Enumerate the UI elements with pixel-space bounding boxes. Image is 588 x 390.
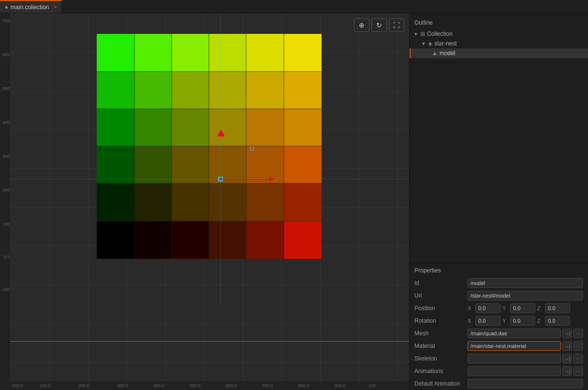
rx-axis-label: X bbox=[468, 318, 473, 324]
y-tick-400: 400 bbox=[2, 120, 10, 125]
mesh-navigate-button[interactable]: →| bbox=[562, 329, 572, 338]
right-panel: Outline ▼ ⊞ Collection ▼ ◈ star-nest ▲ m… bbox=[409, 14, 588, 390]
x-tick-800: 800.0 bbox=[298, 383, 309, 388]
svg-rect-33 bbox=[209, 183, 246, 221]
y-axis-label: Y bbox=[502, 305, 508, 311]
mesh-menu-button[interactable]: ⋯ bbox=[573, 329, 583, 338]
skeleton-input[interactable] bbox=[468, 354, 561, 363]
prop-label-skeleton: Skeleton bbox=[414, 355, 468, 362]
svg-rect-31 bbox=[134, 183, 172, 221]
skeleton-navigate-button[interactable]: →| bbox=[562, 354, 572, 363]
y-tick-0: 0.0 bbox=[3, 255, 10, 259]
prop-value-material: →| ⋯ bbox=[468, 341, 583, 351]
prop-label-url: Url bbox=[414, 292, 468, 299]
y-tick-600: 600 bbox=[2, 52, 10, 57]
outline-title: Outline bbox=[410, 17, 588, 29]
panel-spacer bbox=[410, 62, 588, 263]
svg-rect-12 bbox=[97, 72, 134, 109]
svg-rect-36 bbox=[97, 221, 134, 259]
rotation-handle[interactable] bbox=[217, 130, 225, 136]
outline-item-collection[interactable]: ▼ ⊞ Collection bbox=[410, 29, 588, 39]
prop-value-position: X Y Z bbox=[468, 303, 583, 313]
prop-row-position: Position X Y Z bbox=[410, 302, 588, 315]
prop-value-rotation: X Y Z bbox=[468, 316, 583, 326]
prop-label-animations: Animations bbox=[414, 368, 468, 375]
outline-item-label: model bbox=[440, 50, 456, 57]
id-input[interactable] bbox=[468, 278, 583, 288]
main-collection-tab[interactable]: ■ main.collection × bbox=[0, 0, 62, 13]
rotation-z-input[interactable] bbox=[545, 316, 570, 326]
url-input[interactable] bbox=[468, 291, 583, 300]
rotation-x-input[interactable] bbox=[475, 316, 500, 326]
prop-value-id bbox=[468, 278, 583, 288]
position-x-input[interactable] bbox=[475, 303, 500, 313]
prop-value-animations: →| ⋯ bbox=[468, 366, 583, 376]
animations-input[interactable] bbox=[468, 366, 561, 376]
svg-rect-13 bbox=[134, 72, 172, 109]
svg-rect-8 bbox=[172, 34, 209, 72]
tab-close-button[interactable]: × bbox=[54, 4, 57, 10]
collection-icon: ⊞ bbox=[420, 30, 425, 37]
y-tick-500: 500 bbox=[2, 86, 10, 91]
animations-navigate-button[interactable]: →| bbox=[562, 366, 572, 376]
prop-label-rotation: Rotation bbox=[414, 317, 468, 324]
y-tick-neg100: -100 bbox=[1, 287, 10, 292]
x-tick-300: 300.0 bbox=[117, 383, 128, 388]
skeleton-menu-button[interactable]: ⋯ bbox=[573, 354, 583, 363]
main-layout: 700 600 500 400 300 200 100 0.0 -100 bbox=[0, 14, 588, 390]
svg-rect-20 bbox=[172, 109, 209, 146]
rotation-y-input[interactable] bbox=[510, 316, 535, 326]
move-icon: ⊕ bbox=[359, 21, 365, 29]
prop-label-id: Id bbox=[414, 280, 468, 286]
svg-rect-30 bbox=[97, 183, 134, 221]
prop-label-material: Material bbox=[414, 343, 468, 349]
svg-rect-15 bbox=[209, 72, 246, 109]
animations-menu-button[interactable]: ⋯ bbox=[573, 366, 583, 376]
svg-rect-41 bbox=[284, 221, 322, 259]
move-tool-button[interactable]: ⊕ bbox=[354, 18, 369, 32]
ruler-y: 700 600 500 400 300 200 100 0.0 -100 bbox=[0, 14, 11, 390]
svg-rect-16 bbox=[246, 72, 284, 109]
material-menu-button[interactable]: ⋯ bbox=[573, 341, 583, 351]
tab-bar: ■ main.collection × bbox=[0, 0, 588, 14]
prop-row-skeleton: Skeleton →| ⋯ bbox=[410, 352, 588, 365]
material-input[interactable] bbox=[468, 341, 561, 351]
chevron-down-icon: ▼ bbox=[421, 41, 426, 46]
chevron-down-icon: ▼ bbox=[413, 31, 418, 37]
position-z-input[interactable] bbox=[545, 303, 570, 313]
y-tick-700: 700 bbox=[2, 18, 10, 23]
svg-rect-21 bbox=[209, 109, 246, 146]
ruler-x: -100.0 100.0 200.0 300.0 400.0 500.0 600… bbox=[11, 381, 409, 390]
x-tick-500: 500.0 bbox=[190, 383, 201, 388]
svg-rect-27 bbox=[209, 146, 246, 183]
x-tick-200: 200.0 bbox=[78, 383, 89, 388]
svg-rect-6 bbox=[97, 34, 134, 72]
canvas-area[interactable]: 700 600 500 400 300 200 100 0.0 -100 bbox=[0, 14, 409, 390]
outline-item-label: star-nest bbox=[434, 40, 457, 47]
nest-icon: ◈ bbox=[428, 40, 432, 47]
x-axis-label: X bbox=[468, 305, 473, 311]
y-tick-100: 100 bbox=[2, 222, 10, 226]
prop-row-material: Material →| ⋯ bbox=[410, 340, 588, 352]
svg-rect-39 bbox=[209, 221, 246, 259]
position-y-input[interactable] bbox=[510, 303, 535, 313]
default-animation-input[interactable] bbox=[468, 379, 583, 389]
y-tick-300: 300 bbox=[2, 154, 10, 159]
mesh-input[interactable] bbox=[468, 329, 561, 338]
x-axis-arrow[interactable] bbox=[222, 179, 271, 180]
outline-item-model[interactable]: ▲ model bbox=[410, 48, 588, 58]
x-tick-1000: 100 bbox=[368, 383, 376, 388]
x-tick-900: 900.0 bbox=[335, 383, 346, 388]
rotate-tool-button[interactable]: ↻ bbox=[371, 18, 387, 32]
properties-title: Properties bbox=[410, 263, 588, 277]
x-axis-tip bbox=[269, 177, 274, 181]
material-navigate-button[interactable]: →| bbox=[562, 341, 572, 351]
outline-item-star-nest[interactable]: ▼ ◈ star-nest bbox=[410, 39, 588, 48]
properties-section: Properties Id Url Position X bbox=[410, 263, 588, 390]
prop-value-url bbox=[468, 291, 583, 300]
svg-rect-34 bbox=[246, 183, 284, 221]
scale-handle[interactable] bbox=[250, 147, 254, 150]
fullscreen-button[interactable]: ⛶ bbox=[389, 18, 404, 32]
svg-rect-10 bbox=[246, 34, 284, 72]
svg-rect-25 bbox=[134, 146, 172, 183]
